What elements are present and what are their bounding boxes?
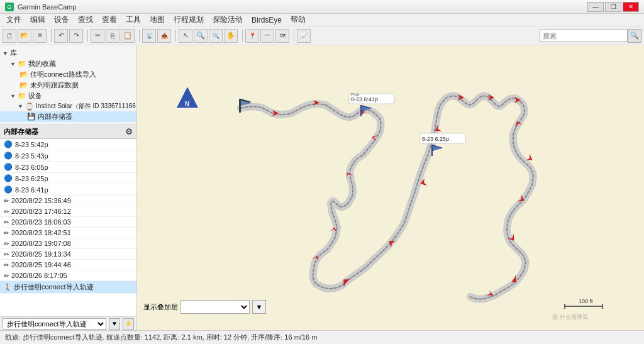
search-input[interactable] [540, 30, 628, 42]
my-collection-arrow: ▼ [10, 61, 16, 67]
toolbar-search: 🔍 [540, 29, 641, 43]
svg-text:100 ft: 100 ft [579, 298, 593, 304]
toolbar-pan[interactable]: ✋ [224, 29, 238, 43]
list-item[interactable]: 🔵 8-23 6:41p [0, 184, 136, 196]
toolbar-sep1 [49, 30, 52, 42]
tree-devices[interactable]: ▼ 📁 设备 [0, 91, 136, 101]
lib-arrow: ▼ [3, 50, 8, 57]
menu-find[interactable]: 查找 [74, 13, 97, 26]
status-text: 航途: 步行佳明connect导入轨迹. 航途点数量: 1142, 距离: 2.… [5, 333, 317, 342]
my-collection-label: 我的收藏 [28, 59, 56, 69]
list-item[interactable]: ✏ 2020/8/22 15:36:49 [0, 196, 136, 206]
status-bar: 航途: 步行佳明connect导入轨迹. 航途点数量: 1142, 距离: 2.… [0, 330, 644, 344]
toolbar-paste[interactable]: 📋 [121, 29, 135, 43]
toolbar-zoom-in[interactable]: 🔍 [194, 29, 208, 43]
menu-adventure[interactable]: 探险活动 [209, 13, 247, 26]
toolbar-cut[interactable]: ✂ [91, 29, 104, 43]
overlay-control: 显示叠加层 ▼ [143, 300, 266, 314]
tree-unlisted[interactable]: 📂 未列明跟踪数据 [0, 80, 136, 91]
list-item[interactable]: 🔵 8-23 6:25p [0, 173, 136, 184]
toolbar-open[interactable]: 📂 [18, 29, 31, 43]
track-label: 8-23 6:25p [15, 175, 48, 182]
connect-routes-icon: 📂 [19, 70, 28, 79]
panel-header: 内部存储器 ⚙ [0, 125, 136, 139]
track-label: 8-23 6:05p [15, 164, 48, 171]
menu-edit[interactable]: 编辑 [26, 13, 49, 26]
list-item[interactable]: ✏ 2020/8/23 18:06:03 [0, 217, 136, 228]
track-icon: ✏ [4, 262, 9, 269]
toolbar-track[interactable]: 🗺 [275, 29, 289, 43]
left-panel: ▼ 库 ▼ 📁 我的收藏 📂 佳明connect路线导入 📂 未列明跟踪数据 [0, 45, 137, 330]
track-options-button[interactable]: ⚡ [123, 318, 134, 330]
search-button[interactable]: 🔍 [628, 29, 641, 43]
track-label: 2020/8/23 18:42:51 [11, 229, 71, 236]
toolbar-profile[interactable]: 📈 [297, 29, 311, 43]
track-label: 2020/8/25 19:13:34 [11, 250, 71, 258]
devices-arrow: ▼ [10, 93, 16, 99]
menu-tools[interactable]: 工具 [122, 13, 145, 26]
menu-trip[interactable]: 行程规划 [170, 13, 208, 26]
restore-button[interactable]: ❐ [605, 2, 621, 12]
toolbar-copy[interactable]: ⎘ [106, 29, 119, 43]
toolbar-waypoint[interactable]: 📍 [245, 29, 259, 43]
toolbar-send-device[interactable]: 📤 [157, 29, 171, 43]
devices-icon: 📁 [18, 92, 26, 100]
list-item[interactable]: ✏ 2020/8/23 17:46:12 [0, 206, 136, 217]
track-icon: 🔵 [4, 186, 13, 194]
menu-help[interactable]: 帮助 [287, 13, 309, 26]
track-icon: 🔵 [4, 174, 13, 182]
track-label: 2020/8/23 19:07:08 [11, 240, 71, 247]
gear-icon[interactable]: ⚙ [125, 127, 133, 136]
map-area[interactable]: 8-23 6:41p Fon 8-23 6:25p N [137, 45, 644, 330]
list-item[interactable]: 🔵 8-23 5:43p [0, 150, 136, 162]
tree-instinct[interactable]: ▼ ⌚ Instinct Solar（部件 ID 3336711166）… [0, 101, 136, 111]
tree-my-collection[interactable]: ▼ 📁 我的收藏 [0, 58, 136, 69]
track-icon: ✏ [4, 219, 9, 226]
track-selector: 步行佳明connect导入轨迹 ▼ ⚡ [0, 316, 136, 330]
toolbar-pointer[interactable]: ↖ [179, 29, 192, 43]
track-icon: ✏ [4, 272, 9, 279]
toolbar-sep4 [174, 30, 176, 42]
list-item-walk[interactable]: 🚶 步行佳明connect导入轨迹 [0, 281, 136, 294]
my-collection-icon: 📁 [18, 60, 26, 68]
menu-birdseye[interactable]: BirdsEye [248, 14, 286, 26]
tree-connect-routes[interactable]: 📂 佳明connect路线导入 [0, 69, 136, 80]
toolbar-close[interactable]: ✕ [33, 29, 47, 43]
toolbar-new[interactable]: 🗋 [3, 29, 16, 43]
toolbar-find-device[interactable]: 📡 [142, 29, 156, 43]
connect-routes-label: 佳明connect路线导入 [30, 70, 96, 79]
toolbar-undo[interactable]: ↶ [54, 29, 68, 43]
overlay-label: 显示叠加层 [143, 302, 178, 312]
devices-label: 设备 [28, 91, 42, 101]
list-item[interactable]: ✏ 2020/8/26 8:17:05 [0, 270, 136, 281]
track-icon: ✏ [4, 251, 9, 258]
list-item[interactable]: ✏ 2020/8/23 19:07:08 [0, 238, 136, 249]
walk-icon: 🚶 [4, 284, 11, 291]
list-item[interactable]: ✏ 2020/8/25 19:13:34 [0, 249, 136, 260]
track-label: 2020/8/23 18:06:03 [11, 218, 71, 226]
menu-view[interactable]: 查看 [98, 13, 121, 26]
overlay-select[interactable] [180, 300, 250, 314]
list-item[interactable]: 🔵 8-23 5:42p [0, 139, 136, 150]
overlay-dropdown-btn[interactable]: ▼ [252, 300, 266, 314]
toolbar-sep2 [86, 30, 88, 42]
minimize-button[interactable]: — [587, 2, 604, 12]
list-item[interactable]: 🔵 8-23 6:05p [0, 162, 136, 173]
tree-header-lib: ▼ 库 [0, 48, 136, 58]
toolbar-route[interactable]: 〰 [260, 29, 274, 43]
unlisted-icon: 📂 [19, 81, 28, 89]
toolbar-zoom-out[interactable]: 🔍 [209, 29, 223, 43]
list-item[interactable]: ✏ 2020/8/25 19:44:46 [0, 260, 136, 270]
menu-device[interactable]: 设备 [50, 13, 73, 26]
list-item[interactable]: ✏ 2020/8/23 18:42:51 [0, 228, 136, 238]
close-button[interactable]: ✕ [623, 2, 639, 12]
toolbar-redo[interactable]: ↷ [69, 29, 83, 43]
menu-file[interactable]: 文件 [3, 13, 25, 26]
track-icon: 🔵 [4, 140, 13, 148]
title-bar: G Garmin BaseCamp — ❐ ✕ [0, 0, 644, 14]
track-filter-button[interactable]: ▼ [109, 318, 120, 330]
tree-internal-storage[interactable]: 💾 内部存储器 [0, 111, 136, 122]
app-icon: G [5, 3, 14, 11]
menu-map[interactable]: 地图 [146, 13, 169, 26]
track-select-dropdown[interactable]: 步行佳明connect导入轨迹 [3, 318, 106, 330]
